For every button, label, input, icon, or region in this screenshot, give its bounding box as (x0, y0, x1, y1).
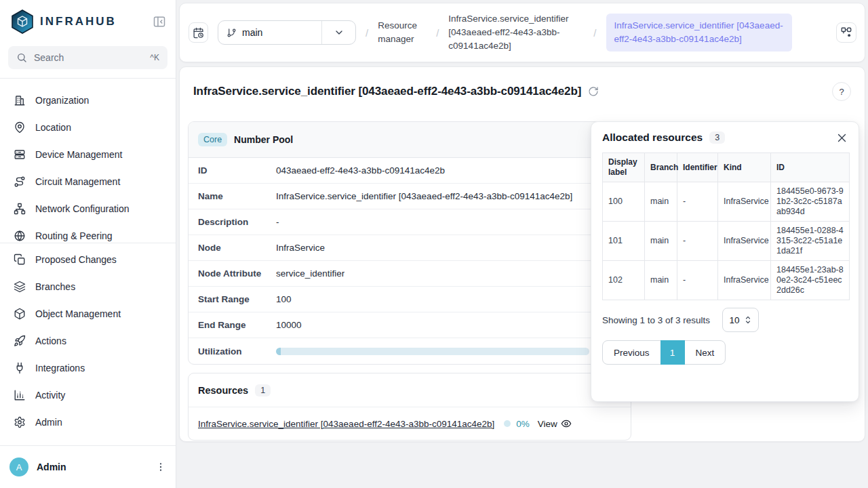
select-stepper-icon (744, 315, 752, 325)
layers-icon (14, 281, 26, 293)
utilization-progress-bar (276, 348, 589, 355)
number-pool-card-header: Core Number Pool (189, 122, 631, 158)
sidebar-item-admin[interactable]: Admin (5, 409, 170, 436)
branch-selected: main (218, 27, 321, 38)
results-summary: Showing 1 to 3 of 3 results (602, 315, 710, 325)
cell-identifier: - (677, 222, 718, 261)
close-panel-button[interactable] (836, 132, 848, 144)
sidebar-item-label: Organization (35, 95, 89, 106)
column-header: Branch (645, 153, 677, 182)
sidebar-item-label: Branches (35, 281, 75, 292)
breadcrumb-resource-manager[interactable]: Resource manager (378, 19, 427, 46)
sidebar-item-location[interactable]: Location (5, 114, 170, 141)
branch-selector[interactable]: main (218, 20, 356, 45)
resources-count-badge: 1 (255, 384, 271, 396)
resource-link[interactable]: InfraService.service_identifier [043aeae… (198, 419, 494, 429)
branch-dropdown-toggle[interactable] (321, 21, 355, 44)
sidebar-item-actions[interactable]: Actions (5, 327, 170, 354)
detail-label: ID (198, 165, 276, 176)
cell-kind: InfraService (718, 182, 771, 222)
column-header: Display label (603, 153, 645, 182)
server-icon (14, 148, 26, 161)
cell-branch: main (645, 261, 677, 300)
time-travel-button[interactable] (189, 22, 208, 43)
refresh-button[interactable] (588, 86, 599, 97)
close-icon (836, 132, 848, 144)
view-resource-button[interactable]: View (538, 418, 572, 429)
building-icon (14, 94, 26, 106)
sidebar-header: INFRAHUB (0, 0, 176, 41)
cell-identifier: - (677, 182, 718, 222)
infrahub-logo-icon (11, 9, 34, 34)
table-row[interactable]: 101 main - InfraService 184455e1-0288-43… (603, 222, 850, 261)
detail-value: InfraService (276, 243, 325, 253)
allocated-resources-table: Display label Branch Identifier Kind ID … (602, 152, 850, 300)
related-nodes-button[interactable] (836, 22, 856, 43)
user-menu[interactable]: A Admin (0, 445, 176, 488)
core-badge: Core (198, 133, 227, 146)
box-icon (14, 308, 26, 320)
sidebar-item-activity[interactable]: Activity (5, 382, 170, 409)
sidebar-item-integrations[interactable]: Integrations (5, 354, 170, 382)
sidebar-item-device-management[interactable]: Device Management (5, 141, 170, 168)
topbar: main / Resource manager / InfraService.s… (179, 3, 865, 62)
brand-logo[interactable]: INFRAHUB (11, 9, 153, 34)
cell-kind: InfraService (718, 261, 771, 300)
breadcrumb-current[interactable]: InfraService.service_identifier [043aeae… (606, 14, 792, 52)
detail-row-end-range: End Range 10000 (189, 312, 631, 338)
detail-value: service_identifier (276, 268, 344, 279)
utilization-progress-fill (276, 348, 281, 355)
sidebar-item-proposed-changes[interactable]: Proposed Changes (5, 246, 170, 273)
sidebar-item-network-configuration[interactable]: Network Configuration (5, 195, 170, 222)
avatar: A (9, 458, 28, 476)
resource-utilization-percent: 0% (516, 419, 530, 429)
page-1-button[interactable]: 1 (660, 340, 685, 365)
detail-label: Start Range (198, 294, 276, 304)
detail-value: 043aeaed-eff2-4e43-a3bb-c09141ac4e2b (276, 165, 445, 176)
sidebar-item-routing-peering[interactable]: Routing & Peering (5, 222, 170, 243)
previous-page-button[interactable]: Previous (602, 340, 661, 365)
number-pool-card: Core Number Pool ID 043aeaed-eff2-4e43-a… (188, 121, 631, 365)
map-pin-icon (14, 121, 26, 134)
sidebar-item-object-management[interactable]: Object Management (5, 300, 170, 327)
page-title: InfraService.service_identifier [043aeae… (193, 85, 581, 98)
copy-icon (14, 253, 26, 266)
detail-value: 100 (276, 294, 292, 304)
table-row[interactable]: 102 main - InfraService 184455e1-23ab-80… (603, 261, 850, 300)
panel-header: Allocated resources 3 (602, 131, 848, 144)
sidebar-item-organization[interactable]: Organization (5, 87, 170, 114)
eye-icon (561, 418, 572, 429)
brand-name: INFRAHUB (40, 15, 117, 28)
breadcrumb-pool[interactable]: InfraService.service_identifier [043aeae… (448, 12, 584, 53)
table-row[interactable]: 100 main - InfraService 184455e0-9673-91… (603, 182, 850, 222)
detail-row-name: Name InfraService.service_identifier [04… (189, 184, 631, 209)
user-menu-button[interactable] (155, 462, 166, 472)
detail-row-description: Description - (189, 209, 631, 235)
resource-list-item: InfraService.service_identifier [043aeae… (189, 407, 631, 440)
help-button[interactable]: ? (832, 82, 851, 101)
rocket-icon (14, 335, 26, 347)
detail-value: 10000 (276, 320, 302, 330)
cell-id: 184455e1-0288-4315-3c22-c51a1e1da21f (771, 222, 850, 261)
sidebar-item-label: Device Management (35, 149, 122, 160)
detail-label: Utilization (198, 346, 276, 357)
sidebar-item-branches[interactable]: Branches (5, 273, 170, 300)
kebab-menu-icon (155, 462, 166, 472)
allocated-resources-panel: Allocated resources 3 Display label Bran… (591, 121, 859, 402)
sidebar-item-label: Routing & Peering (35, 230, 113, 241)
breadcrumb-separator: / (593, 27, 596, 39)
next-page-button[interactable]: Next (684, 340, 726, 365)
git-branch-icon (226, 28, 237, 38)
sidebar-item-label: Admin (35, 417, 62, 428)
sidebar-item-label: Proposed Changes (35, 254, 117, 265)
page-size-select[interactable]: 10 (722, 308, 759, 332)
sidebar-collapse-button[interactable] (153, 15, 166, 28)
sidebar-item-circuit-management[interactable]: Circuit Management (5, 168, 170, 195)
resources-card: Resources 1 InfraService.service_identif… (188, 373, 631, 441)
cell-display-label: 102 (603, 261, 645, 300)
search-icon (16, 52, 27, 63)
pagination: Previous 1 Next (602, 340, 848, 365)
search-input[interactable]: Search ^K (8, 46, 167, 69)
search-shortcut: ^K (150, 53, 159, 62)
detail-label: End Range (198, 320, 276, 330)
